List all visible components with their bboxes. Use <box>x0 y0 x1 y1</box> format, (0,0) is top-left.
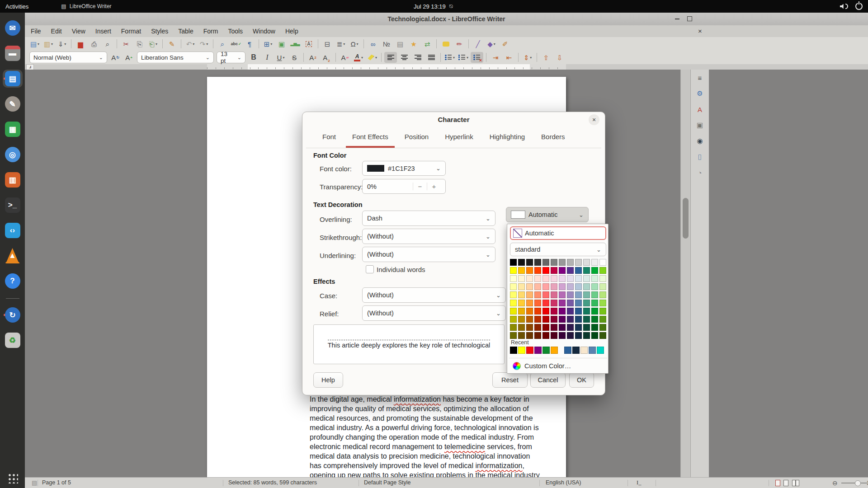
header-footer-button[interactable]: ▤ <box>394 38 406 49</box>
palette-color[interactable] <box>526 283 533 290</box>
palette-color[interactable] <box>575 267 582 274</box>
decrease-indent-button[interactable]: ⇤ <box>503 52 515 63</box>
menu-file[interactable]: File <box>26 26 46 36</box>
insert-line-button[interactable]: ╱ <box>472 38 484 49</box>
case-select[interactable]: (Without) ⌄ <box>362 287 506 303</box>
decrease-paragraph-spacing-button[interactable]: ⇩ <box>553 52 566 63</box>
copy-button[interactable]: ⎘ <box>133 38 146 49</box>
strikethrough-button[interactable]: S <box>288 52 301 63</box>
clone-formatting-button[interactable]: ✎ <box>165 38 178 49</box>
window-titlebar[interactable]: Technological.docx - LibreOffice Writer <box>25 13 868 26</box>
palette-color[interactable] <box>559 283 566 290</box>
underlining-select[interactable]: (Without) ⌄ <box>362 247 495 262</box>
palette-color[interactable] <box>599 316 606 323</box>
document-text-line[interactable]: improving the quality of medical service… <box>310 404 540 413</box>
dock-item-vscode[interactable]: ‹› <box>3 221 23 239</box>
palette-color[interactable] <box>542 267 549 274</box>
palette-color[interactable] <box>567 308 574 314</box>
insert-mode-indicator[interactable]: I_ <box>637 479 641 486</box>
paragraph-style-select[interactable]: Normal (Web) ⌄ <box>29 52 107 63</box>
palette-color[interactable] <box>583 275 590 282</box>
palette-color[interactable] <box>599 267 606 274</box>
palette-color[interactable] <box>551 259 557 266</box>
zoom-slider[interactable] <box>841 483 868 483</box>
palette-color[interactable] <box>534 316 541 323</box>
individual-words-checkbox[interactable] <box>366 265 374 273</box>
palette-color[interactable] <box>583 283 590 290</box>
menu-form[interactable]: Form <box>198 26 223 36</box>
dropdown-arrow-icon[interactable]: ▾ <box>361 56 363 60</box>
palette-color[interactable] <box>534 332 541 339</box>
dock-item-terminal[interactable]: >_ <box>3 196 23 214</box>
font-size-select[interactable]: 13 pt ⌄ <box>217 52 245 63</box>
dropdown-arrow-icon[interactable]: ▾ <box>270 42 272 46</box>
menu-styles[interactable]: Styles <box>146 26 173 36</box>
palette-color[interactable] <box>551 332 557 339</box>
align-right-button[interactable] <box>411 52 424 63</box>
recent-color[interactable] <box>510 347 517 354</box>
menu-table[interactable]: Table <box>173 26 198 36</box>
tab-highlighting[interactable]: Highlighting <box>483 127 531 148</box>
palette-color[interactable] <box>583 291 590 298</box>
dock-item-vlc[interactable]: ▲ <box>3 247 23 265</box>
dock-item-thunderbird[interactable]: ✉ <box>3 19 23 37</box>
insert-text-box-button[interactable]: A <box>302 38 315 49</box>
palette-color[interactable] <box>575 300 582 306</box>
dropdown-arrow-icon[interactable]: ▾ <box>453 56 455 60</box>
help-button[interactable]: Help <box>313 372 343 388</box>
document-text-line[interactable]: medical resources, and promoting the sus… <box>310 413 540 423</box>
palette-color[interactable] <box>551 316 557 323</box>
palette-color[interactable] <box>559 275 566 282</box>
palette-color[interactable] <box>518 259 525 266</box>
palette-color[interactable] <box>510 324 517 331</box>
align-left-button[interactable] <box>384 52 397 63</box>
insert-field-button[interactable]: ≣▾ <box>335 38 347 49</box>
insert-table-button[interactable]: ⊞▾ <box>262 38 274 49</box>
view-layout-buttons[interactable] <box>775 479 801 486</box>
palette-color[interactable] <box>567 267 574 274</box>
palette-color[interactable] <box>526 332 533 339</box>
palette-color[interactable] <box>551 324 557 331</box>
dock-item-trash[interactable]: ♻ <box>3 331 23 349</box>
formatting-marks-button[interactable]: ¶ <box>243 38 256 49</box>
palette-color[interactable] <box>591 275 598 282</box>
palette-color[interactable] <box>599 332 606 339</box>
single-page-view-icon[interactable] <box>775 480 780 486</box>
dropdown-arrow-icon[interactable]: ▾ <box>343 42 345 46</box>
palette-color[interactable] <box>583 316 590 323</box>
open-button[interactable]: ▥▾ <box>42 38 55 49</box>
cross-reference-button[interactable]: ⇄ <box>421 38 434 49</box>
menu-window[interactable]: Window <box>248 26 280 36</box>
palette-color[interactable] <box>518 283 525 290</box>
print-button[interactable]: ⎙ <box>88 38 100 49</box>
recent-color[interactable] <box>597 347 604 354</box>
page-style[interactable]: Default Page Style <box>364 479 411 486</box>
palette-color[interactable] <box>599 324 606 331</box>
clear-formatting-button[interactable]: A▰ <box>339 52 351 63</box>
palette-color[interactable] <box>542 308 549 314</box>
palette-color[interactable] <box>510 267 517 274</box>
overlining-select[interactable]: Dash ⌄ <box>362 211 495 226</box>
basic-shapes-button[interactable]: ◆▾ <box>485 38 498 49</box>
spelling-button[interactable]: abc✓ <box>230 38 242 49</box>
dropdown-arrow-icon[interactable]: ▾ <box>156 42 157 46</box>
insert-comment-button[interactable] <box>439 38 452 49</box>
menu-tools[interactable]: Tools <box>223 26 248 36</box>
palette-color[interactable] <box>575 291 582 298</box>
sidebar-tab-gallery[interactable]: ▣ <box>693 119 706 131</box>
redo-button[interactable]: ↷▾ <box>198 38 210 49</box>
increment-button[interactable]: + <box>427 183 441 190</box>
highlight-color-button[interactable]: ▾ <box>366 52 378 63</box>
special-character-button[interactable]: Ω▾ <box>348 38 361 49</box>
update-style-button[interactable]: A↻ <box>109 52 122 63</box>
zoom-out-icon[interactable]: ⊖ <box>832 479 838 487</box>
document-text-line[interactable]: profoundly changing the operation mode o… <box>310 432 540 442</box>
palette-color[interactable] <box>518 291 525 298</box>
tab-borders[interactable]: Borders <box>535 127 571 148</box>
dock-item-libreoffice-calc[interactable]: ▦ <box>3 120 23 138</box>
recent-color[interactable] <box>564 347 571 354</box>
font-color-select[interactable]: #1C1F23 ⌄ <box>362 161 446 176</box>
dock-item-gimp[interactable]: ✎ <box>3 95 23 113</box>
sidebar-tab-navigator[interactable]: ◉ <box>693 135 706 147</box>
minimize-button[interactable] <box>672 15 682 22</box>
